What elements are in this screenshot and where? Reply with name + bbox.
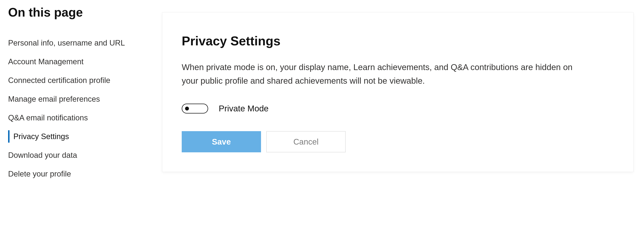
private-mode-row: Private Mode [182,104,614,114]
sidebar: On this page Personal info, username and… [0,5,162,236]
sidebar-item-download-data[interactable]: Download your data [8,146,162,164]
sidebar-heading: On this page [8,5,162,20]
button-row: Save Cancel [182,131,614,152]
cancel-button[interactable]: Cancel [266,131,346,152]
sidebar-item-label: Connected certification profile [8,76,110,85]
sidebar-item-delete-profile[interactable]: Delete your profile [8,164,162,183]
sidebar-item-label: Privacy Settings [14,132,69,141]
sidebar-item-label: Account Management [8,57,84,66]
sidebar-item-label: Download your data [8,151,77,159]
sidebar-item-email-preferences[interactable]: Manage email preferences [8,90,162,108]
sidebar-item-label: Personal info, username and URL [8,39,125,47]
sidebar-item-label: Q&A email notifications [8,113,88,122]
panel-title: Privacy Settings [182,34,614,48]
sidebar-item-privacy-settings[interactable]: Privacy Settings [8,127,162,146]
private-mode-toggle[interactable] [182,104,208,114]
private-mode-label: Private Mode [219,104,268,113]
sidebar-item-label: Manage email preferences [8,95,100,103]
privacy-settings-card: Privacy Settings When private mode is on… [162,12,634,172]
sidebar-item-qa-notifications[interactable]: Q&A email notifications [8,108,162,127]
sidebar-nav: Personal info, username and URL Account … [8,34,162,183]
panel-description: When private mode is on, your display na… [182,61,587,88]
toggle-knob [185,107,189,111]
sidebar-item-personal-info[interactable]: Personal info, username and URL [8,34,162,52]
sidebar-item-connected-certification[interactable]: Connected certification profile [8,71,162,90]
main-content: Privacy Settings When private mode is on… [162,5,644,236]
save-button[interactable]: Save [182,131,261,152]
sidebar-item-label: Delete your profile [8,169,71,178]
sidebar-item-account-management[interactable]: Account Management [8,52,162,71]
